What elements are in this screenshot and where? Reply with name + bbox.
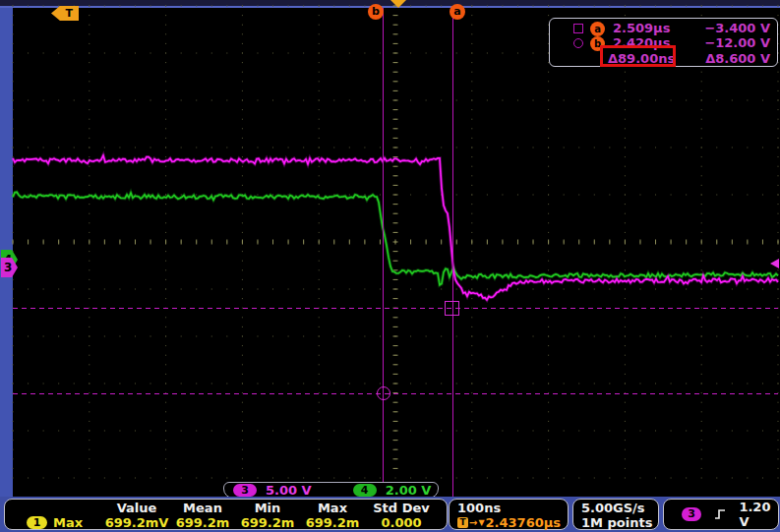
- trigger-level-arrow-icon[interactable]: [770, 259, 779, 268]
- cursor-a-voltage: −3.400 V: [704, 21, 770, 36]
- circle-cursor-icon: [573, 38, 583, 48]
- cursor-a-horizontal-line[interactable]: [13, 308, 778, 309]
- trigger-delay-value: 2.43760µs: [486, 515, 562, 530]
- timebase-panel[interactable]: 100ns T → ▼ 2.43760µs: [449, 499, 569, 530]
- cursor-a-vertical-line[interactable]: [452, 8, 453, 497]
- column-header-value: Value: [103, 501, 170, 515]
- channel3-scale: 5.00 V: [266, 483, 312, 498]
- oscilloscope-screen: T b a 4 3 a 2.509µs −3.400 V b 2.420µs −…: [0, 0, 780, 532]
- measurement-row-label: 1 Max: [19, 515, 103, 530]
- cursor-a-square-marker[interactable]: [445, 301, 459, 316]
- cursor-b-voltage: −12.00 V: [704, 35, 770, 51]
- column-header-mean: Mean: [170, 501, 235, 515]
- graticule-area: [13, 8, 780, 497]
- cursor-a-badge-small: a: [590, 22, 605, 36]
- trigger-delay-readout: T → ▼ 2.43760µs: [457, 515, 568, 530]
- measurement-name: Max: [53, 515, 83, 530]
- measurement-stddev: 0.000: [365, 515, 438, 530]
- timebase-scale: 100ns: [457, 501, 568, 515]
- delta-time-highlight-annotation: [600, 45, 676, 67]
- delta-voltage-value: Δ8.600 V: [705, 51, 770, 67]
- trigger-level-value: 1.20 V: [739, 500, 778, 529]
- cursor-b-vertical-line[interactable]: [383, 8, 384, 497]
- cursor-a-badge[interactable]: a: [450, 4, 465, 20]
- measurement-value: 699.2mV: [103, 515, 170, 530]
- column-header-stddev: Std Dev: [365, 501, 438, 515]
- cursor-a-readout-row: a 2.509µs −3.400 V: [550, 21, 777, 36]
- measurement-corner-cell: [19, 501, 103, 515]
- measurement-min: 699.2m: [235, 515, 300, 530]
- column-header-min: Min: [235, 501, 300, 515]
- acquisition-panel[interactable]: 5.00GS/s 1M points: [572, 499, 659, 530]
- expansion-point-icon: [390, 0, 406, 8]
- expansion-triangle-icon: ▼: [478, 515, 484, 530]
- trigger-panel[interactable]: 3 1.20 V: [663, 499, 779, 530]
- channel4-scale: 2.00 V: [386, 483, 432, 498]
- cursor-b-circle-marker[interactable]: [377, 386, 390, 400]
- record-length: 1M points: [581, 515, 658, 530]
- column-header-max: Max: [300, 501, 365, 515]
- square-cursor-icon: [573, 24, 583, 33]
- rising-edge-icon: [713, 507, 727, 521]
- channel4-badge[interactable]: 4: [353, 484, 377, 497]
- trigger-T-icon: T: [457, 517, 468, 528]
- channel1-badge: 1: [27, 516, 47, 529]
- trigger-source-badge: 3: [682, 507, 701, 521]
- cursor-readout-panel: a 2.509µs −3.400 V b 2.420µs −12.00 V Δ8…: [549, 18, 778, 67]
- bottom-bezel-bar: Value Mean Min Max Std Dev 1 Max 699.2mV…: [0, 497, 780, 532]
- measurement-max: 699.2m: [300, 515, 365, 530]
- measurement-panel[interactable]: Value Mean Min Max Std Dev 1 Max 699.2mV…: [4, 499, 448, 530]
- sample-rate: 5.00GS/s: [581, 501, 658, 515]
- arrow-right-icon: →: [469, 515, 477, 530]
- channel3-badge[interactable]: 3: [233, 484, 257, 497]
- cursor-b-horizontal-line[interactable]: [13, 393, 778, 394]
- cursor-b-badge[interactable]: b: [368, 4, 384, 20]
- measurement-mean: 699.2m: [170, 515, 235, 530]
- cursor-a-time: 2.509µs: [613, 21, 670, 36]
